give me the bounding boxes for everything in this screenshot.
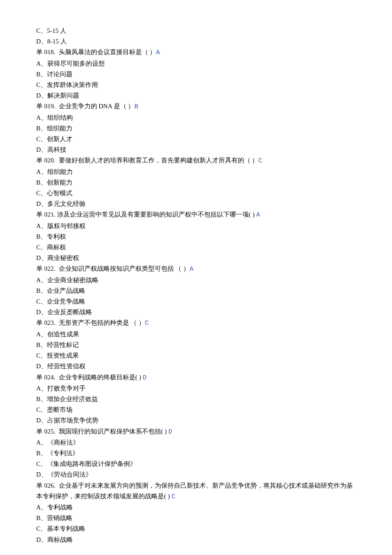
- line-text: C、基本专利战略: [36, 525, 85, 532]
- line-text: C、投资性成果: [36, 352, 79, 359]
- line-text: C、《集成电路布图设计保护条例》: [36, 460, 136, 467]
- text-line: A、获得尽可能多的设想: [36, 58, 356, 69]
- answer-letter: D: [168, 428, 172, 436]
- line-text: B、组织能力: [36, 125, 72, 132]
- text-line: A、《商标法》: [36, 437, 356, 448]
- text-line: 单 023. 无形资产不包括的种类是 （ ）C: [36, 318, 356, 329]
- text-line: A、企业商业秘密战略: [36, 275, 356, 286]
- line-text: B、讨论问题: [36, 71, 72, 78]
- line-text: D、多元文化经验: [36, 200, 86, 207]
- text-line: B、《专利法》: [36, 448, 356, 459]
- line-text: C、垄断市场: [36, 406, 72, 413]
- text-line: A、专利战略: [36, 502, 356, 513]
- line-text: C、心智模式: [36, 190, 72, 197]
- text-line: C、垄断市场: [36, 405, 356, 415]
- line-text: 单 019. 企业竞争力的 DNA 是（ ）: [36, 103, 134, 110]
- line-text: 单 026. 企业基于对未来发展方向的预测，为保持自己新技术、新产品竞争优势，将…: [36, 482, 353, 500]
- text-line: C、发挥群体决策作用: [36, 80, 356, 90]
- line-text: D、8-15 人: [36, 38, 67, 45]
- line-text: 单 018. 头脑风暴法的会议直接目标是（ ）: [36, 49, 156, 55]
- text-line: B、经营性标记: [36, 340, 356, 350]
- answer-letter: B: [134, 103, 138, 110]
- text-line: B、专利权: [36, 231, 356, 242]
- text-line: 单 025. 我国现行的知识产权保护体系不包括( ) D: [36, 426, 356, 437]
- line-text: D、商业秘密权: [36, 254, 79, 261]
- line-text: B、营销战略: [36, 515, 72, 521]
- line-text: A、获得尽可能多的设想: [36, 60, 105, 67]
- line-text: 单 022. 企业知识产权战略按知识产权类型可包括 （ ）: [36, 265, 190, 272]
- line-text: D、《劳动合同法》: [36, 471, 92, 478]
- line-text: A、专利战略: [36, 504, 73, 511]
- text-line: C、5-15 人: [36, 26, 356, 36]
- line-text: A、组织能力: [36, 168, 73, 175]
- line-text: D、高科技: [36, 146, 66, 153]
- text-line: 单 024. 企业专利战略的终极目标是( ) D: [36, 372, 356, 383]
- text-line: C、心智模式: [36, 188, 356, 199]
- answer-letter: A: [156, 49, 160, 56]
- line-text: B、增加企业经济效益: [36, 396, 98, 402]
- text-line: B、企业产品战略: [36, 286, 356, 296]
- text-line: B、增加企业经济效益: [36, 394, 356, 405]
- line-text: D、企业反垄断战略: [36, 309, 92, 315]
- text-line: 单 019. 企业竞争力的 DNA 是（ ）B: [36, 101, 356, 112]
- document-body: C、5-15 人D、8-15 人单 018. 头脑风暴法的会议直接目标是（ ）A…: [36, 26, 356, 545]
- text-line: D、企业反垄断战略: [36, 307, 356, 318]
- answer-letter: C: [145, 320, 149, 327]
- line-text: 单 023. 无形资产不包括的种类是 （ ）: [36, 319, 145, 326]
- line-text: C、发挥群体决策作用: [36, 81, 98, 88]
- text-line: 单 018. 头脑风暴法的会议直接目标是（ ）A: [36, 47, 356, 58]
- line-text: D、占据市场竞争优势: [36, 417, 98, 424]
- text-line: C、创新人才: [36, 134, 356, 145]
- answer-letter: A: [190, 266, 193, 273]
- line-text: D、解决新问题: [36, 92, 79, 99]
- text-line: C、基本专利战略: [36, 523, 356, 534]
- text-line: A、版权与邻接权: [36, 221, 356, 231]
- line-text: B、创新能力: [36, 179, 72, 186]
- line-text: 单 020. 要做好创新人才的培养和教育工作，首先要构建创新人才所具有的（ ）: [36, 157, 258, 164]
- text-line: C、投资性成果: [36, 350, 356, 361]
- answer-letter: C: [258, 157, 262, 165]
- text-line: B、营销战略: [36, 513, 356, 523]
- answer-letter: C: [172, 493, 176, 500]
- text-line: C、企业竞争战略: [36, 296, 356, 307]
- line-text: A、企业商业秘密战略: [36, 277, 98, 283]
- text-line: A、创造性成果: [36, 329, 356, 340]
- text-line: 单 021. 涉及企业运营中常见以及有重要影响的知识产权中不包括以下哪一项( )…: [36, 209, 356, 220]
- line-text: B、《专利法》: [36, 450, 79, 457]
- line-text: A、《商标法》: [36, 439, 79, 446]
- line-text: D、商标战略: [36, 536, 73, 543]
- line-text: B、专利权: [36, 233, 66, 240]
- line-text: A、版权与邻接权: [36, 223, 86, 229]
- text-line: D、解决新问题: [36, 90, 356, 101]
- text-line: 单 022. 企业知识产权战略按知识产权类型可包括 （ ）A: [36, 263, 356, 275]
- text-line: B、创新能力: [36, 177, 356, 188]
- line-text: B、企业产品战略: [36, 287, 85, 294]
- answer-letter: D: [143, 374, 147, 382]
- line-text: A、组织结构: [36, 114, 73, 121]
- text-line: B、组织能力: [36, 123, 356, 134]
- answer-letter: A: [256, 211, 260, 219]
- line-text: A、创造性成果: [36, 331, 79, 338]
- text-line: C、《集成电路布图设计保护条例》: [36, 459, 356, 469]
- text-line: A、组织结构: [36, 113, 356, 123]
- text-line: C、商标权: [36, 242, 356, 253]
- text-line: 单 026. 企业基于对未来发展方向的预测，为保持自己新技术、新产品竞争优势，将…: [36, 480, 356, 502]
- text-line: D、高科技: [36, 145, 356, 155]
- text-line: D、《劳动合同法》: [36, 469, 356, 480]
- line-text: C、创新人才: [36, 136, 72, 142]
- text-line: D、商业秘密权: [36, 253, 356, 263]
- line-text: D、经营性资信权: [36, 363, 86, 370]
- text-line: A、组织能力: [36, 167, 356, 177]
- line-text: C、5-15 人: [36, 27, 66, 34]
- line-text: C、商标权: [36, 244, 66, 251]
- line-text: B、经营性标记: [36, 341, 79, 348]
- text-line: A、打败竞争对手: [36, 383, 356, 394]
- text-line: D、占据市场竞争优势: [36, 415, 356, 426]
- line-text: A、打败竞争对手: [36, 385, 86, 392]
- text-line: D、多元文化经验: [36, 199, 356, 209]
- text-line: D、8-15 人: [36, 36, 356, 47]
- line-text: C、企业竞争战略: [36, 298, 85, 305]
- line-text: 单 024. 企业专利战略的终极目标是( ): [36, 374, 143, 381]
- line-text: 单 025. 我国现行的知识产权保护体系不包括( ): [36, 428, 168, 435]
- line-text: 单 021. 涉及企业运营中常见以及有重要影响的知识产权中不包括以下哪一项( ): [36, 211, 256, 218]
